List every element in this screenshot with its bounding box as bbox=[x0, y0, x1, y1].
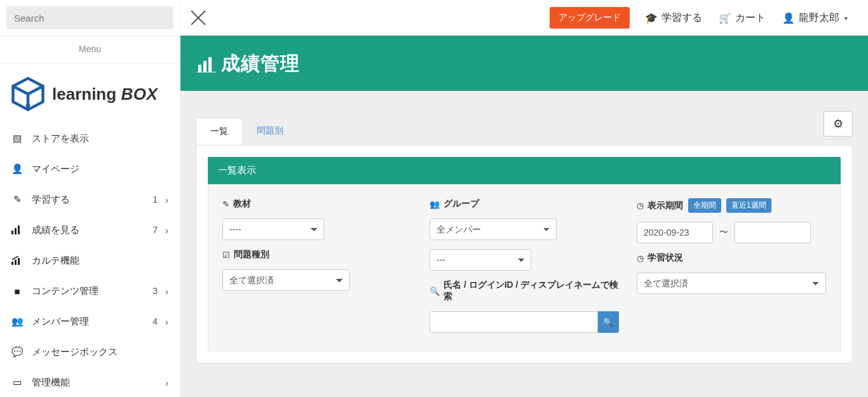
svg-rect-3 bbox=[11, 231, 13, 234]
date-tilde: 〜 bbox=[719, 227, 728, 238]
tabs: 一覧 問題別 bbox=[196, 118, 853, 145]
logo-text: learning BOX bbox=[52, 84, 158, 104]
stats-icon bbox=[11, 256, 23, 265]
topbar: アップグレード 🎓学習する 🛒カート 👤龍野太郎▾ bbox=[180, 0, 868, 36]
period-pill-all[interactable]: 全期間 bbox=[688, 198, 721, 213]
users-icon: 👥 bbox=[430, 199, 440, 209]
group-sub-select[interactable]: --- bbox=[430, 249, 531, 271]
edit-icon: ☑ bbox=[222, 250, 230, 260]
bar-icon bbox=[11, 225, 23, 234]
nav-store[interactable]: ▤ストアを表示 bbox=[0, 123, 180, 154]
nav-members[interactable]: 👥メンバー管理4› bbox=[0, 306, 180, 337]
page-title-band: 成績管理 bbox=[180, 36, 868, 91]
chat-icon: 💬 bbox=[11, 346, 23, 358]
nav-karte[interactable]: カルテ機能 bbox=[0, 245, 180, 276]
menu-label: Menu bbox=[0, 36, 180, 64]
close-button[interactable] bbox=[186, 5, 211, 30]
group-label: 👥グループ bbox=[430, 198, 619, 210]
chevron-right-icon: › bbox=[165, 286, 168, 297]
top-learn[interactable]: 🎓学習する bbox=[639, 7, 709, 29]
tab-list[interactable]: 一覧 bbox=[196, 118, 243, 145]
status-label: ◷学習状況 bbox=[637, 252, 826, 264]
nav-list: ▤ストアを表示 👤マイページ ✎学習する1› 成績を見る7› カルテ機能 ■コン… bbox=[0, 123, 180, 397]
caret-down-icon: ▾ bbox=[844, 15, 848, 22]
clock-icon: ◷ bbox=[637, 253, 644, 263]
svg-rect-8 bbox=[18, 258, 20, 265]
nav-learn[interactable]: ✎学習する1› bbox=[0, 184, 180, 215]
sidebar: Menu learning BOX ▤ストアを表示 👤マイページ ✎学習する1›… bbox=[0, 0, 180, 397]
settings-button[interactable]: ⚙ bbox=[824, 111, 853, 137]
nav-mypage[interactable]: 👤マイページ bbox=[0, 154, 180, 184]
name-search-button[interactable]: 🔍 bbox=[598, 311, 619, 333]
svg-rect-5 bbox=[18, 225, 20, 234]
close-icon bbox=[190, 10, 207, 26]
search-icon: 🔍 bbox=[603, 318, 614, 327]
name-search-label: 🔍氏名 / ログインID / ディスプレイネームで検索 bbox=[430, 279, 619, 302]
top-user[interactable]: 👤龍野太郎▾ bbox=[776, 7, 854, 29]
status-select[interactable]: 全て選択済 bbox=[637, 273, 826, 294]
book-icon: ▤ bbox=[11, 133, 23, 144]
material-label: ✎教材 bbox=[222, 198, 412, 210]
svg-rect-13 bbox=[208, 57, 212, 72]
gear-icon: ⚙ bbox=[833, 117, 843, 131]
date-from-input[interactable] bbox=[637, 222, 713, 243]
graduation-icon: 🎓 bbox=[645, 12, 658, 24]
type-label: ☑問題種別 bbox=[222, 249, 412, 260]
date-to-input[interactable] bbox=[735, 222, 811, 243]
svg-rect-4 bbox=[15, 228, 17, 234]
top-cart[interactable]: 🛒カート bbox=[712, 7, 772, 29]
cart-icon: 🛒 bbox=[719, 12, 731, 24]
svg-point-2 bbox=[26, 104, 31, 108]
tab-panel: 一覧表示 ✎教材 ---- ☑問題種別 全て選択済 bbox=[196, 145, 853, 363]
user-icon: 👤 bbox=[11, 163, 23, 175]
content-area: ⚙ 一覧 問題別 一覧表示 ✎教材 ---- ☑問題種別 bbox=[180, 91, 868, 397]
nav-content[interactable]: ■コンテンツ管理3› bbox=[0, 276, 180, 306]
period-label: ◷表示期間 bbox=[637, 200, 683, 212]
chevron-right-icon: › bbox=[165, 377, 168, 388]
nav-admin[interactable]: ▭管理機能› bbox=[0, 367, 180, 397]
laptop-icon: ▭ bbox=[11, 377, 23, 388]
user-icon: 👤 bbox=[782, 12, 795, 24]
clock-icon: ◷ bbox=[637, 201, 644, 210]
nav-messages[interactable]: 💬メッセージボックス bbox=[0, 337, 180, 367]
section-title: 一覧表示 bbox=[208, 157, 841, 184]
period-pill-week[interactable]: 直近1週間 bbox=[726, 198, 771, 213]
page-title: 成績管理 bbox=[221, 51, 300, 77]
bar-chart-icon bbox=[197, 56, 216, 72]
filter-form: ✎教材 ---- ☑問題種別 全て選択済 👥グループ 全メンバー --- 🔍氏名 bbox=[208, 184, 841, 351]
pencil-icon: ✎ bbox=[222, 199, 229, 209]
group-select[interactable]: 全メンバー bbox=[430, 219, 557, 240]
name-search-input[interactable] bbox=[430, 311, 598, 333]
chevron-right-icon: › bbox=[165, 194, 168, 205]
svg-rect-12 bbox=[203, 61, 207, 72]
pencil-icon: ✎ bbox=[11, 194, 23, 205]
svg-rect-7 bbox=[15, 260, 17, 265]
type-select[interactable]: 全て選択済 bbox=[222, 269, 349, 291]
nav-results[interactable]: 成績を見る7› bbox=[0, 215, 180, 245]
material-select[interactable]: ---- bbox=[222, 219, 324, 240]
svg-rect-6 bbox=[11, 262, 13, 265]
main: アップグレード 🎓学習する 🛒カート 👤龍野太郎▾ 成績管理 ⚙ 一覧 問題別 … bbox=[180, 0, 868, 397]
svg-rect-11 bbox=[198, 65, 201, 72]
search-input[interactable] bbox=[6, 6, 173, 29]
folder-icon: ■ bbox=[11, 286, 23, 297]
chevron-right-icon: › bbox=[165, 225, 168, 236]
logo[interactable]: learning BOX bbox=[0, 64, 180, 123]
upgrade-button[interactable]: アップグレード bbox=[550, 7, 630, 29]
tab-by-question[interactable]: 問題別 bbox=[243, 118, 297, 145]
users-icon: 👥 bbox=[11, 316, 23, 327]
chevron-right-icon: › bbox=[165, 316, 168, 327]
logo-icon bbox=[10, 76, 46, 112]
search-icon: 🔍 bbox=[430, 286, 440, 296]
